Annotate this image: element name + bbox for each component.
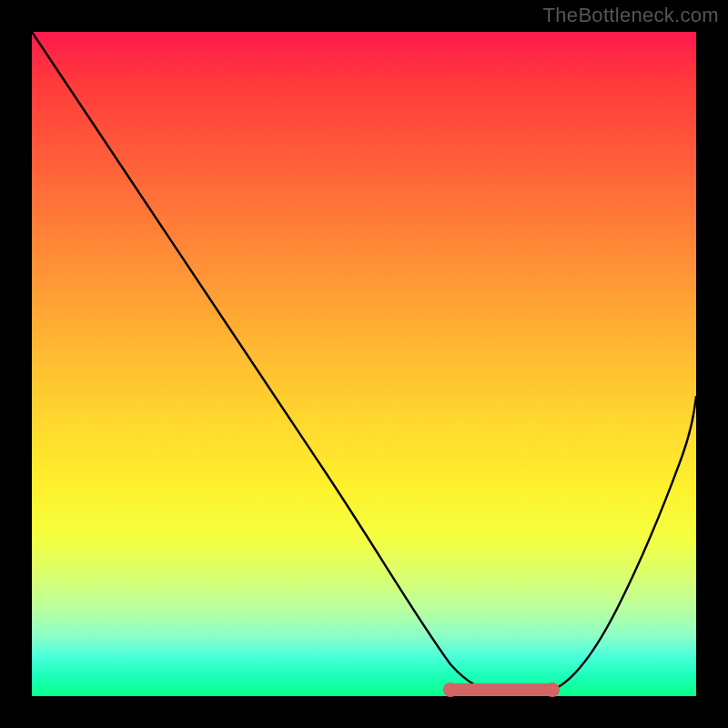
right-curve-path	[551, 396, 696, 691]
optimal-region-end-dot	[545, 682, 560, 697]
optimal-region-marker	[447, 683, 554, 696]
optimal-region-start-dot	[443, 682, 458, 697]
bottleneck-curve	[32, 32, 696, 696]
watermark-text: TheBottleneck.com	[543, 4, 719, 27]
plot-area	[32, 32, 696, 696]
left-curve-path	[32, 32, 500, 693]
